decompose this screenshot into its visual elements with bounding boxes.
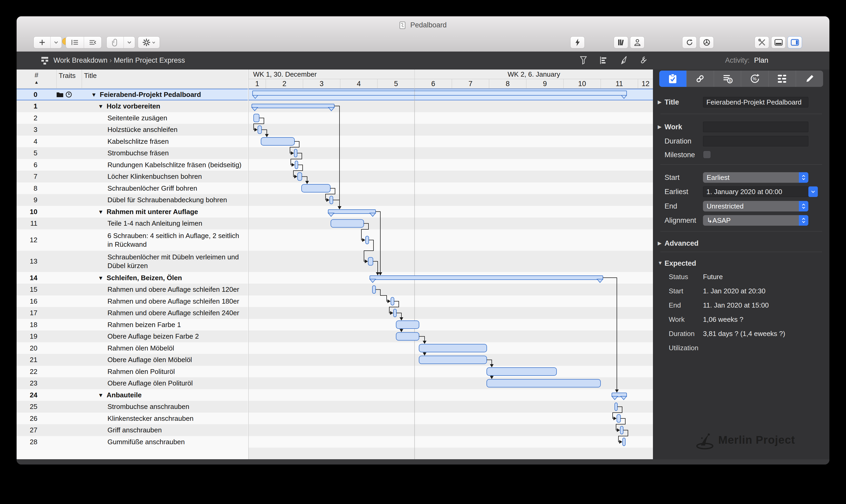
gantt-task-bar[interactable]	[331, 220, 364, 228]
disclosure-triangle-icon[interactable]: ▼	[91, 90, 97, 99]
table-row[interactable]: 11Teile 1-4 nach Anleitung leimen	[17, 217, 248, 229]
table-row[interactable]: 4Kabelschlitze fräsen	[17, 136, 248, 147]
gantt-task-bar[interactable]	[419, 344, 487, 352]
gantt-task-bar[interactable]	[487, 379, 600, 388]
alignment-popup[interactable]: ↳ASAP	[703, 215, 808, 226]
attach-menu-button[interactable]	[124, 37, 135, 48]
format-wrench-icon[interactable]	[640, 56, 648, 65]
work-input[interactable]	[703, 122, 808, 132]
table-row[interactable]: 8Schraubenlöcher Griff bohren	[17, 182, 248, 194]
table-row[interactable]: 3Holzstücke anschleifen	[17, 124, 248, 136]
table-row[interactable]: 16Rahmen und obere Auflage schleifen 180…	[17, 295, 248, 307]
disclosure-triangle-icon[interactable]: ▼	[98, 208, 104, 216]
table-row[interactable]: 2Seitenteile zusägen	[17, 112, 248, 124]
table-row[interactable]: 28Gummifüße anschrauben	[17, 436, 248, 448]
gantt-task-bar[interactable]	[391, 297, 394, 305]
table-row[interactable]: 15Rahmen und obere Auflage schleifen 120…	[17, 284, 248, 295]
table-row[interactable]: 18Rahmen beizen Farbe 1	[17, 319, 248, 330]
breadcrumb[interactable]: Work Breakdown › Merlin Project Express	[53, 56, 185, 65]
tab-finance[interactable]: $	[714, 71, 741, 87]
gantt-summary-bar[interactable]	[370, 276, 603, 280]
table-row[interactable]: 25Strombuchse anschrauben	[17, 401, 248, 413]
date-dropdown-button[interactable]	[808, 186, 818, 197]
table-row[interactable]: 24▼Anbauteile	[17, 389, 248, 401]
table-row[interactable]: 0▼Feierabend-Projekt Pedalboard	[17, 89, 248, 100]
add-button[interactable]	[34, 37, 50, 48]
tab-utilization[interactable]: %	[741, 71, 768, 87]
table-row[interactable]: 21Obere Auflage ölen Möbelöl	[17, 354, 248, 366]
table-row[interactable]: 10▼Rahmen mit unterer Auflage	[17, 206, 248, 217]
milestone-checkbox[interactable]	[703, 150, 711, 159]
start-popup[interactable]: Earliest	[703, 172, 808, 183]
gantt-task-bar[interactable]	[330, 196, 333, 204]
gantt-task-bar[interactable]	[617, 414, 620, 422]
table-row[interactable]: 19Obere Auflage beizen Farbe 2	[17, 330, 248, 342]
disclosure-triangle-icon[interactable]: ▼	[98, 102, 104, 111]
filter-icon[interactable]	[579, 56, 587, 65]
duration-input[interactable]	[703, 136, 808, 146]
outdent-button[interactable]	[84, 37, 102, 48]
indent-button[interactable]	[66, 37, 84, 48]
gantt-task-bar[interactable]	[294, 149, 297, 157]
table-row[interactable]: 1▼Holz vorbereiten	[17, 100, 248, 112]
gantt-task-bar[interactable]	[368, 257, 373, 266]
title-input[interactable]: Feierabend-Projekt Pedalboard	[703, 97, 808, 107]
toggle-inspector-button[interactable]	[788, 36, 802, 49]
dashboard-button[interactable]	[699, 36, 714, 49]
add-menu-button[interactable]	[50, 37, 61, 48]
tab-resources[interactable]	[768, 71, 796, 87]
activity-value[interactable]: Plan	[754, 56, 768, 65]
gantt-task-bar[interactable]	[396, 332, 419, 341]
table-row[interactable]: 14▼Schleifen, Beizen, Ölen	[17, 272, 248, 284]
end-popup[interactable]: Unrestricted	[703, 201, 808, 212]
settings-button[interactable]	[138, 36, 160, 49]
advanced-section[interactable]: ▶ Advanced	[653, 238, 829, 249]
gantt-task-bar[interactable]	[623, 438, 625, 446]
gantt-summary-bar[interactable]	[328, 210, 376, 214]
table-row[interactable]: 6Rundungen Kabelschlitze fräsen (beidsei…	[17, 159, 248, 170]
gantt-task-bar[interactable]	[373, 286, 376, 294]
gantt-task-bar[interactable]	[620, 426, 623, 434]
gantt-task-bar[interactable]	[261, 138, 294, 145]
gantt-summary-bar[interactable]	[252, 104, 334, 108]
gantt-task-bar[interactable]	[298, 173, 302, 181]
gantt-task-bar[interactable]	[258, 126, 262, 134]
disclosure-triangle-icon[interactable]: ▼	[98, 274, 104, 282]
table-row[interactable]: 5Strombuchse fräsen	[17, 147, 248, 159]
outline-view-icon[interactable]	[599, 56, 607, 65]
gantt-task-bar[interactable]	[254, 114, 259, 122]
conflicts-button[interactable]	[570, 36, 585, 49]
resources-button[interactable]	[630, 36, 645, 49]
expected-section[interactable]: ▼ Expected	[653, 258, 829, 269]
table-row[interactable]: 7Löcher Klinkenbuchsen bohren	[17, 170, 248, 182]
gantt-task-bar[interactable]	[615, 403, 617, 411]
attach-button[interactable]	[107, 37, 124, 48]
gantt-task-bar[interactable]	[302, 184, 330, 192]
gantt-task-bar[interactable]	[487, 367, 557, 376]
gantt-task-bar[interactable]	[419, 356, 487, 364]
style-brush-icon[interactable]	[619, 56, 628, 65]
table-row[interactable]: 13Schraubenlöcher mit Dübeln verleimen u…	[17, 251, 248, 272]
library-button[interactable]	[614, 36, 628, 49]
toggle-bottom-panel-button[interactable]	[771, 36, 786, 49]
gantt-task-bar[interactable]	[394, 309, 396, 317]
gantt-task-bar[interactable]	[365, 236, 369, 244]
table-row[interactable]: 27Griff anschrauben	[17, 424, 248, 436]
table-row[interactable]: 22Rahmen ölen Polituröl	[17, 366, 248, 377]
earliest-date-field[interactable]: 1. January 2020 at 00:00	[703, 186, 808, 197]
gantt-task-bar[interactable]	[396, 321, 419, 329]
tab-task-info[interactable]	[659, 71, 686, 87]
disclosure-icon[interactable]: ▶	[658, 99, 662, 105]
tab-links[interactable]	[686, 71, 714, 87]
gantt-task-bar[interactable]	[295, 161, 298, 169]
table-row[interactable]: 9Dübel für Schraubenabdeckung bohren	[17, 194, 248, 206]
table-row[interactable]: 126 Schrauben: 4 seitlich in Auflage, 2 …	[17, 229, 248, 251]
table-row[interactable]: 20Rahmen ölen Möbelöl	[17, 342, 248, 354]
disclosure-icon[interactable]: ▶	[658, 124, 662, 130]
sync-button[interactable]	[682, 36, 697, 49]
table-row[interactable]: 17Rahmen und obere Auflage schleifen 240…	[17, 307, 248, 319]
disclosure-triangle-icon[interactable]: ▼	[98, 391, 104, 399]
tools-button[interactable]	[755, 36, 769, 49]
table-row[interactable]: 23Obere Auflage ölen Polituröl	[17, 377, 248, 389]
tab-notes[interactable]	[796, 71, 823, 87]
